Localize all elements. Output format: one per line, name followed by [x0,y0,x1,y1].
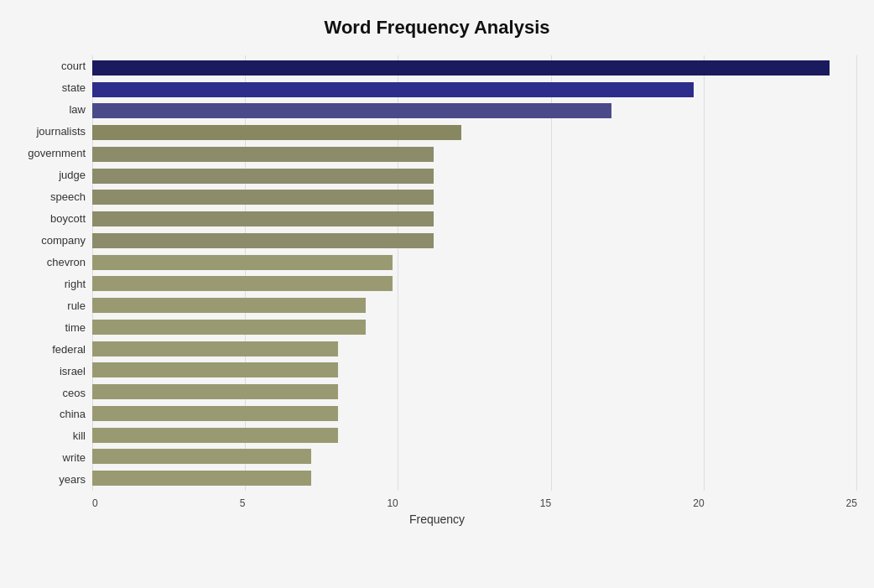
bar [92,449,311,464]
y-label: right [65,278,86,289]
y-label: boycott [50,213,86,224]
bar [92,341,338,356]
bar-row [92,316,857,338]
y-label: china [60,408,86,419]
x-tick: 20 [693,497,704,509]
bars-section: courtstatelawjournalistsgovernmentjudges… [17,55,857,491]
bar [92,362,338,377]
bar [92,233,434,248]
y-label: court [61,60,86,71]
y-label: company [41,235,86,246]
bars-wrapper [92,55,857,491]
bar-row [92,208,857,230]
bars-and-grid [92,55,857,491]
bar [92,298,366,313]
chart-title: Word Frequency Analysis [17,17,857,39]
bar-row [92,165,857,187]
bar [92,147,434,162]
x-axis-label: Frequency [17,513,857,526]
bar [92,276,393,291]
y-label: kill [73,430,86,441]
bar-row [92,424,857,446]
bar-row [92,360,857,382]
bar-row [92,143,857,165]
bar-row [92,403,857,424]
y-label: speech [50,191,86,202]
x-ticks: 0510152025 [92,494,857,509]
chart-area: courtstatelawjournalistsgovernmentjudges… [17,55,857,526]
bar [92,190,434,205]
y-label: chevron [47,257,86,268]
bar-row [92,57,857,79]
bar-row [92,273,857,295]
y-label: rule [67,300,86,311]
x-tick: 15 [540,497,551,509]
y-label: law [69,104,86,115]
bar [92,255,393,270]
y-label: israel [60,366,86,377]
x-axis: 0510152025 [17,494,857,509]
bar-row [92,79,857,101]
y-label: judge [59,169,86,180]
x-tick: 10 [387,497,398,509]
bar [92,428,338,443]
bar [92,82,694,97]
y-label: ceos [63,388,86,398]
x-spacer [17,494,92,509]
y-label: time [65,322,86,333]
bar [92,169,434,184]
bar [92,103,611,118]
bar-row [92,294,857,316]
bar [92,211,434,226]
bar-row [92,122,857,143]
bar-row [92,338,857,360]
bar-row [92,230,857,252]
y-label: journalists [36,126,86,137]
bar [92,384,338,399]
bar [92,60,830,75]
bar [92,320,366,335]
x-tick: 25 [846,497,857,509]
y-labels: courtstatelawjournalistsgovernmentjudges… [17,55,92,491]
chart-container: Word Frequency Analysis courtstatelawjou… [0,0,874,588]
bar-row [92,467,857,489]
x-tick: 0 [92,497,98,509]
x-tick: 5 [240,497,246,509]
bar-row [92,381,857,403]
y-label: state [62,82,86,93]
bar [92,471,311,486]
bar-row [92,101,857,122]
y-label: write [63,452,86,463]
bar-row [92,187,857,209]
y-label: federal [52,344,86,355]
y-label: government [28,148,86,159]
y-label: years [59,474,86,485]
bar-row [92,446,857,468]
bar [92,406,338,421]
bar [92,125,461,140]
bar-row [92,252,857,273]
